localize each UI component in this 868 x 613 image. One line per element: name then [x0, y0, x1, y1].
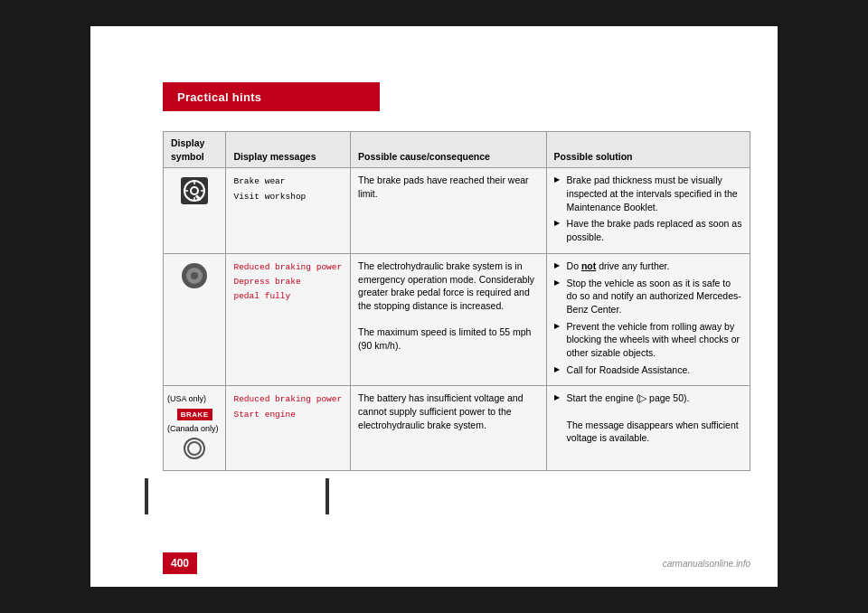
col-header-symbol: Display symbol [164, 132, 226, 168]
solution-item: Stop the vehicle as soon as it is safe t… [554, 277, 742, 316]
page-number: 400 [171, 557, 189, 570]
table-row: (USA only) BRAKE (Canada only) Reduced b… [164, 386, 750, 471]
cause-cell-3: The battery has insufficient voltage and… [351, 386, 547, 471]
solution-item: Do not drive any further. [554, 259, 742, 273]
svg-point-12 [188, 442, 201, 455]
symbol-cell-2 [164, 253, 226, 386]
message-cell-2: Reduced braking powerDepress brakepedal … [226, 253, 351, 386]
ebd-icon [180, 261, 209, 290]
message-text-3: Reduced braking powerStart engine [233, 394, 342, 419]
message-cell-1: Brake wearVisit workshop [226, 168, 351, 253]
solution-item: Start the engine (▷ page 50).The message… [554, 391, 742, 445]
cause-text-1: The brake pads have reached their wear l… [358, 174, 529, 199]
solution-list-1: Brake pad thickness must be visually ins… [554, 174, 742, 243]
solution-item: Have the brake pads replaced as soon as … [554, 217, 742, 243]
cause-text-3: The battery has insufficient voltage and… [358, 392, 524, 429]
solution-cell-3: Start the engine (▷ page 50).The message… [546, 386, 750, 471]
solution-list-2: Do not drive any further. Stop the vehic… [554, 259, 742, 377]
solution-item: Call for Roadside Assistance. [554, 363, 742, 377]
section-title: Practical hints [177, 90, 261, 104]
col-header-messages: Display messages [226, 132, 351, 168]
table-row: Reduced braking powerDepress brakepedal … [164, 253, 750, 386]
content-table: Display symbol Display messages Possible… [163, 131, 750, 471]
watermark: carmanualsonline.info [663, 559, 750, 569]
symbol-cell-3: (USA only) BRAKE (Canada only) [164, 386, 226, 471]
page-number-box: 400 [163, 552, 197, 574]
solution-item: Prevent the vehicle from rolling away by… [554, 320, 742, 360]
brake-wear-icon [179, 175, 210, 206]
table-row: Brake wearVisit workshop The brake pads … [164, 168, 750, 253]
svg-point-10 [191, 272, 198, 279]
cause-cell-1: The brake pads have reached their wear l… [351, 168, 547, 253]
sidebar-decoration-left [145, 478, 148, 514]
message-cell-3: Reduced braking powerStart engine [226, 386, 351, 471]
solution-list-3: Start the engine (▷ page 50).The message… [554, 391, 742, 445]
brake-badge: BRAKE [177, 409, 212, 420]
symbol-cell-1 [164, 168, 226, 253]
cause-text-2b: The maximum speed is limited to 55 mph (… [358, 326, 531, 351]
message-text-2: Reduced braking powerDepress brakepedal … [233, 262, 342, 302]
solution-cell-1: Brake pad thickness must be visually ins… [546, 168, 750, 253]
section-header: Practical hints [163, 82, 380, 111]
cause-text-2: The electrohydraulic brake system is in … [358, 260, 534, 311]
canada-only-label: (Canada only) [167, 423, 222, 435]
not-word: not [581, 260, 596, 271]
usa-only-label: (USA only) [167, 393, 222, 405]
solution-item: Brake pad thickness must be visually ins… [554, 174, 742, 213]
solution-cell-2: Do not drive any further. Stop the vehic… [546, 253, 750, 386]
sidebar-decoration-right [326, 478, 329, 514]
cause-cell-2: The electrohydraulic brake system is in … [351, 253, 547, 386]
col-header-cause: Possible cause/consequence [351, 132, 547, 168]
battery-icon [183, 437, 206, 460]
col-header-solution: Possible solution [546, 132, 750, 168]
message-text-1: Brake wearVisit workshop [233, 176, 306, 201]
